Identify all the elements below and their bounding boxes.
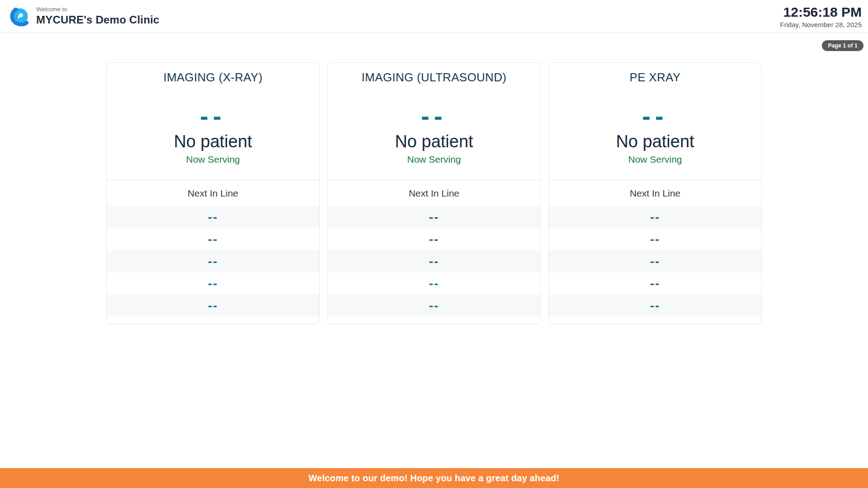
next-in-line-row: -- bbox=[549, 250, 761, 272]
next-in-line-row: -- bbox=[107, 206, 319, 228]
queue-cards-container: IMAGING (X-RAY) -- No patient Now Servin… bbox=[0, 62, 868, 324]
next-in-line-row: -- bbox=[107, 272, 319, 295]
next-in-line-header: Next In Line bbox=[328, 180, 540, 206]
page-indicator-badge: Page 1 of 1 bbox=[822, 40, 863, 51]
now-serving-section: PE XRAY -- No patient Now Serving bbox=[549, 63, 761, 180]
next-in-line-header: Next In Line bbox=[107, 180, 319, 206]
now-serving-section: IMAGING (X-RAY) -- No patient Now Servin… bbox=[107, 63, 319, 180]
next-in-line-row: -- bbox=[328, 295, 540, 317]
brand-text: Welcome to MYCURE's Demo Clinic bbox=[36, 6, 159, 27]
now-serving-patient: No patient bbox=[107, 131, 319, 152]
next-in-line-row: -- bbox=[549, 272, 761, 295]
next-in-line-row: -- bbox=[328, 206, 540, 228]
now-serving-patient: No patient bbox=[549, 131, 761, 152]
next-in-line-row: -- bbox=[328, 272, 540, 295]
clinic-name: MYCURE's Demo Clinic bbox=[36, 13, 159, 27]
announcement-message: Welcome to our demo! Hope you have a gre… bbox=[309, 473, 560, 483]
now-serving-label: Now Serving bbox=[549, 154, 761, 165]
next-in-line-row: -- bbox=[107, 295, 319, 317]
queue-card-pe-xray: PE XRAY -- No patient Now Serving Next I… bbox=[548, 62, 762, 324]
now-serving-ticket: -- bbox=[328, 103, 540, 129]
brand: Welcome to MYCURE's Demo Clinic bbox=[0, 6, 159, 27]
now-serving-patient: No patient bbox=[328, 131, 540, 152]
next-in-line-row: -- bbox=[328, 228, 540, 250]
queue-title: IMAGING (ULTRASOUND) bbox=[328, 70, 540, 84]
mycure-logo-icon bbox=[10, 6, 30, 26]
now-serving-label: Now Serving bbox=[107, 154, 319, 165]
queue-card-imaging-ultrasound: IMAGING (ULTRASOUND) -- No patient Now S… bbox=[327, 62, 541, 324]
next-in-line-list: -- -- -- -- -- bbox=[328, 206, 540, 317]
next-in-line-header: Next In Line bbox=[549, 180, 761, 206]
now-serving-section: IMAGING (ULTRASOUND) -- No patient Now S… bbox=[328, 63, 540, 180]
queue-title: IMAGING (X-RAY) bbox=[107, 70, 319, 84]
next-in-line-row: -- bbox=[549, 228, 761, 250]
now-serving-ticket: -- bbox=[107, 103, 319, 129]
next-in-line-row: -- bbox=[328, 250, 540, 272]
announcement-banner: Welcome to our demo! Hope you have a gre… bbox=[0, 468, 868, 488]
queue-title: PE XRAY bbox=[549, 70, 761, 84]
welcome-label: Welcome to bbox=[36, 6, 159, 13]
clock-date: Friday, November 28, 2025 bbox=[780, 21, 862, 29]
next-in-line-list: -- -- -- -- -- bbox=[549, 206, 761, 317]
now-serving-ticket: -- bbox=[549, 103, 761, 129]
clock-time: 12:56:18 PM bbox=[780, 4, 862, 20]
next-in-line-row: -- bbox=[107, 250, 319, 272]
next-in-line-row: -- bbox=[549, 206, 761, 228]
app-header: Welcome to MYCURE's Demo Clinic 12:56:18… bbox=[0, 0, 868, 33]
next-in-line-row: -- bbox=[549, 295, 761, 317]
clock: 12:56:18 PM Friday, November 28, 2025 bbox=[780, 4, 868, 29]
next-in-line-row: -- bbox=[107, 228, 319, 250]
now-serving-label: Now Serving bbox=[328, 154, 540, 165]
queue-card-imaging-xray: IMAGING (X-RAY) -- No patient Now Servin… bbox=[106, 62, 320, 324]
next-in-line-list: -- -- -- -- -- bbox=[107, 206, 319, 317]
